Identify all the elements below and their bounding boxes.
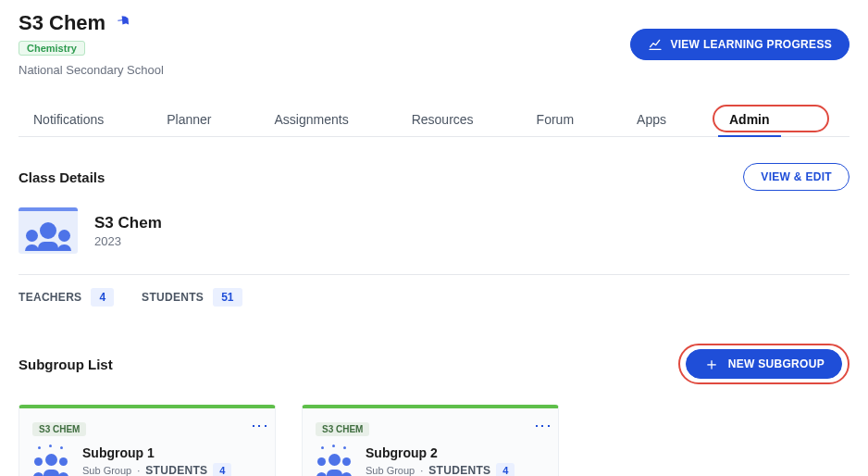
new-subgroup-button[interactable]: ＋ NEW SUBGROUP	[686, 349, 842, 379]
view-learning-progress-button[interactable]: VIEW LEARNING PROGRESS	[630, 29, 849, 60]
more-menu-icon[interactable]: ⋮	[538, 418, 549, 434]
subgroup-type-label: Sub Group	[82, 465, 131, 476]
class-name: S3 Chem	[94, 214, 162, 232]
view-edit-button[interactable]: VIEW & EDIT	[743, 163, 849, 191]
subgroup-name: Subgroup 2	[366, 445, 515, 460]
subgroup-list-title: Subgroup List	[19, 357, 113, 372]
tab-notifications[interactable]: Notifications	[30, 103, 107, 136]
subgroup-card[interactable]: S3 CHEM ⋮ Subgroup 1 Sub Group · STUDENT…	[19, 405, 276, 476]
view-learning-progress-label: VIEW LEARNING PROGRESS	[670, 38, 832, 51]
students-count-badge: 51	[213, 288, 242, 307]
subject-badge: Chemistry	[19, 41, 85, 56]
chart-line-icon	[648, 37, 663, 52]
students-count[interactable]: STUDENTS 51	[142, 288, 242, 307]
plus-icon: ＋	[703, 358, 720, 370]
subgroup-cards: S3 CHEM ⋮ Subgroup 1 Sub Group · STUDENT…	[19, 405, 849, 476]
pin-icon[interactable]	[110, 11, 134, 35]
tabs: Notifications Planner Assignments Resour…	[19, 103, 849, 137]
subgroup-students-count: 4	[496, 463, 515, 476]
students-label: STUDENTS	[142, 291, 204, 304]
subgroup-students-count: 4	[213, 463, 231, 476]
tab-resources[interactable]: Resources	[408, 103, 477, 136]
tab-forum[interactable]: Forum	[533, 103, 577, 136]
subgroup-name: Subgroup 1	[82, 445, 231, 460]
class-group-icon	[19, 207, 78, 254]
tab-apps[interactable]: Apps	[633, 103, 670, 136]
subgroup-students-label: STUDENTS	[428, 464, 490, 476]
subgroup-chip: S3 CHEM	[316, 422, 369, 436]
teachers-count[interactable]: TEACHERS 4	[19, 288, 114, 307]
teachers-count-badge: 4	[91, 288, 114, 307]
tab-planner[interactable]: Planner	[163, 103, 215, 136]
subgroup-icon	[316, 446, 353, 477]
tab-assignments[interactable]: Assignments	[271, 103, 353, 136]
new-subgroup-label: NEW SUBGROUP	[728, 357, 825, 370]
teachers-label: TEACHERS	[19, 291, 81, 304]
class-details-section: Class Details VIEW & EDIT S3 Chem 2023 T…	[19, 163, 849, 307]
more-menu-icon[interactable]: ⋮	[254, 418, 266, 434]
tab-admin[interactable]: Admin	[725, 103, 774, 136]
subgroup-card[interactable]: S3 CHEM ⋮ Subgroup 2 Sub Group · STUDENT…	[302, 405, 559, 476]
class-year: 2023	[94, 234, 162, 248]
school-name: National Secondary School	[19, 63, 164, 77]
class-details-title: Class Details	[19, 169, 105, 185]
subgroup-type-label: Sub Group	[366, 465, 415, 476]
subgroup-students-label: STUDENTS	[145, 464, 207, 476]
subgroup-icon	[32, 446, 69, 477]
subgroup-chip: S3 CHEM	[32, 422, 86, 436]
page-title: S3 Chem	[19, 11, 105, 35]
